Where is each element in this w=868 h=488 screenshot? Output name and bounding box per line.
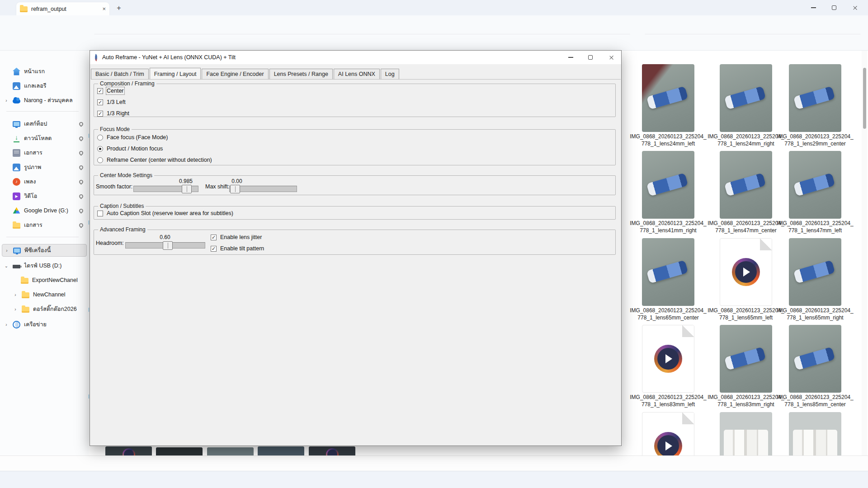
file-name[interactable]: IMG_0868_20260123_225204_778_1_lens24mm_…	[628, 133, 708, 147]
scrollbar-thumb[interactable]	[863, 68, 866, 129]
minimize-icon	[811, 7, 816, 8]
file-name[interactable]: IMG_0868_20260123_225204_778_1_lens41mm_…	[628, 220, 708, 234]
usb-drive-icon	[13, 265, 20, 268]
partial-thumbnail[interactable]	[207, 447, 254, 455]
sidebar-item-newchannel[interactable]: › NewChannel	[2, 288, 87, 301]
tab-log[interactable]: Log	[381, 69, 399, 79]
file-thumbnail[interactable]	[789, 238, 841, 306]
video-file-thumbnail[interactable]	[642, 325, 694, 393]
expander-icon[interactable]: ›	[13, 307, 18, 312]
sidebar-item-network[interactable]: › เครือข่าย	[2, 318, 87, 331]
sidebar-item-label: Narong - ส่วนบุคคล	[24, 96, 85, 105]
file-name[interactable]: IMG_0868_20260123_225204_778_1_lens65mm_…	[706, 307, 786, 321]
sidebar-item-exportnewchanel[interactable]: ExportNewChanel	[2, 274, 87, 286]
dialog-maximize-button[interactable]	[585, 53, 596, 62]
tab-face-engine-encoder[interactable]: Face Engine / Encoder	[202, 69, 268, 79]
play-icon	[326, 448, 339, 455]
tab-framing-layout[interactable]: Framing / Layout	[150, 68, 201, 80]
tab-lens-presets-range[interactable]: Lens Presets / Range	[269, 69, 333, 79]
file-thumbnail[interactable]	[720, 64, 772, 132]
auto-reframe-dialog: Auto Reframe - YuNet + AI Lens (ONNX CUD…	[90, 50, 622, 446]
sidebar-item-google-drive[interactable]: Google Drive (G:)	[2, 204, 87, 217]
file-thumbnail[interactable]	[789, 325, 841, 393]
explorer-tab[interactable]: refram_output ×	[16, 2, 109, 15]
network-icon	[13, 321, 20, 328]
dialog-minimize-button[interactable]	[565, 53, 576, 62]
status-bar: 1,098 รายการ 1 รายการที่เลือก: 54.3 MB	[0, 455, 868, 471]
sidebar-item-dorsticktok2026[interactable]: › ดอร์สติ๊กต๊อก2026	[2, 303, 87, 315]
sidebar-item-label: หน้าแรก	[24, 67, 85, 76]
expander-icon[interactable]: ›	[4, 322, 9, 327]
file-name[interactable]: IMG_0868_20260123_225204_778_1_lens85mm_…	[775, 394, 855, 408]
file-name[interactable]: IMG_0868_20260123_225204_778_1_lens83mm_…	[706, 394, 786, 408]
file-name[interactable]: IMG_0868_20260123_225204_778_1_lens65mm_…	[628, 307, 708, 321]
expander-icon[interactable]: ›	[4, 98, 9, 103]
sidebar-item-label: ดาวน์โหลด	[24, 134, 75, 143]
window-minimize-button[interactable]	[803, 0, 824, 15]
maximize-icon	[832, 5, 836, 10]
partial-thumbnail[interactable]	[156, 447, 203, 455]
dialog-close-button[interactable]	[605, 53, 617, 62]
checkbox-enable-lens-jitter[interactable]: Enable lens jitter	[211, 233, 262, 241]
video-file-thumbnail[interactable]	[720, 238, 772, 306]
file-name[interactable]: IMG_0868_20260123_225204_778_1_lens65mm_…	[775, 307, 855, 321]
file-thumbnail[interactable]	[789, 412, 841, 455]
tab-ai-lens-onnx[interactable]: AI Lens ONNX	[334, 69, 380, 79]
onedrive-cloud-icon	[13, 99, 20, 103]
sidebar-item-onedrive[interactable]: › Narong - ส่วนบุคคล	[2, 94, 87, 107]
partial-thumbnail[interactable]	[105, 446, 152, 455]
checkbox-icon	[97, 211, 103, 216]
dialog-title-bar[interactable]: Auto Reframe - YuNet + AI Lens (ONNX CUD…	[90, 51, 621, 64]
sidebar-item-documents[interactable]: เอกสาร	[2, 146, 87, 159]
sidebar-item-home[interactable]: หน้าแรก	[2, 65, 87, 78]
window-close-button[interactable]	[844, 0, 865, 15]
checkbox-auto-caption-slot[interactable]: Auto Caption Slot (reserve lower area fo…	[97, 209, 233, 217]
tab-basic-batch-trim[interactable]: Basic / Batch / Trim	[91, 69, 149, 79]
sidebar-item-videos[interactable]: ▶ วิดีโอ	[2, 190, 87, 202]
checkbox-one-third-right[interactable]: 1/3 Right	[97, 109, 129, 117]
file-thumbnail[interactable]	[642, 64, 694, 132]
new-tab-button[interactable]: +	[114, 4, 124, 14]
checkbox-label: Auto Caption Slot (reserve lower area fo…	[107, 210, 233, 216]
file-thumbnail[interactable]	[789, 151, 841, 219]
file-thumbnail[interactable]	[720, 412, 772, 455]
slider-handle[interactable]	[163, 241, 173, 250]
file-name[interactable]: IMG_0868_20260123_225204_778_1_lens24mm_…	[706, 133, 786, 147]
expander-icon[interactable]: ›	[4, 248, 9, 253]
checkbox-one-third-left[interactable]: 1/3 Left	[97, 98, 126, 106]
radio-product-motion-focus[interactable]: Product / Motion focus	[97, 145, 163, 153]
radio-face-focus[interactable]: Face focus (Face Mode)	[97, 133, 168, 141]
sidebar-item-pictures[interactable]: รูปภาพ	[2, 161, 87, 174]
sidebar-item-downloads[interactable]: ↓ ดาวน์โหลด	[2, 132, 87, 145]
file-name[interactable]: IMG_0868_20260123_225204_778_1_lens29mm_…	[775, 133, 855, 147]
sidebar-item-usb-drive[interactable]: ⌄ ไดรฟ์ USB (D:)	[2, 259, 87, 272]
sidebar-item-this-pc[interactable]: › พีซีเครื่องนี้	[2, 244, 87, 257]
slider-handle[interactable]	[182, 185, 192, 193]
partial-thumbnail[interactable]	[258, 446, 304, 455]
video-file-thumbnail[interactable]	[642, 412, 694, 455]
file-thumbnail[interactable]	[720, 325, 772, 393]
sidebar-item-documents-folder[interactable]: เอกสาร	[2, 219, 87, 231]
checkbox-enable-tilt-pattern[interactable]: Enable tilt pattern	[211, 244, 264, 253]
folder-icon	[20, 6, 28, 12]
radio-reframe-center[interactable]: Reframe Center (center without detection…	[97, 156, 212, 164]
sidebar-item-label: วิดีโอ	[24, 192, 75, 201]
sidebar-item-music[interactable]: ♪ เพลง	[2, 175, 87, 188]
sidebar-item-desktop[interactable]: เดสก์ท็อป	[2, 117, 87, 130]
file-thumbnail[interactable]	[789, 64, 841, 132]
expander-icon[interactable]: ⌄	[4, 263, 9, 268]
folder-icon	[22, 307, 29, 313]
file-name[interactable]: IMG_0868_20260123_225204_778_1_lens47mm_…	[775, 220, 855, 234]
slider-handle[interactable]	[230, 185, 240, 193]
partial-thumbnail[interactable]	[309, 446, 355, 455]
file-thumbnail[interactable]	[642, 238, 694, 306]
file-thumbnail[interactable]	[642, 151, 694, 219]
file-name[interactable]: IMG_0868_20260123_225204_778_1_lens47mm_…	[706, 220, 786, 234]
tab-close-icon[interactable]: ×	[102, 5, 106, 12]
window-maximize-button[interactable]	[824, 0, 844, 15]
sidebar-item-gallery[interactable]: แกลเลอรี	[2, 80, 87, 92]
file-thumbnail[interactable]	[720, 151, 772, 219]
file-name[interactable]: IMG_0868_20260123_225204_778_1_lens83mm_…	[628, 394, 708, 408]
checkbox-center[interactable]: Center	[97, 87, 124, 95]
expander-icon[interactable]: ›	[13, 292, 18, 297]
